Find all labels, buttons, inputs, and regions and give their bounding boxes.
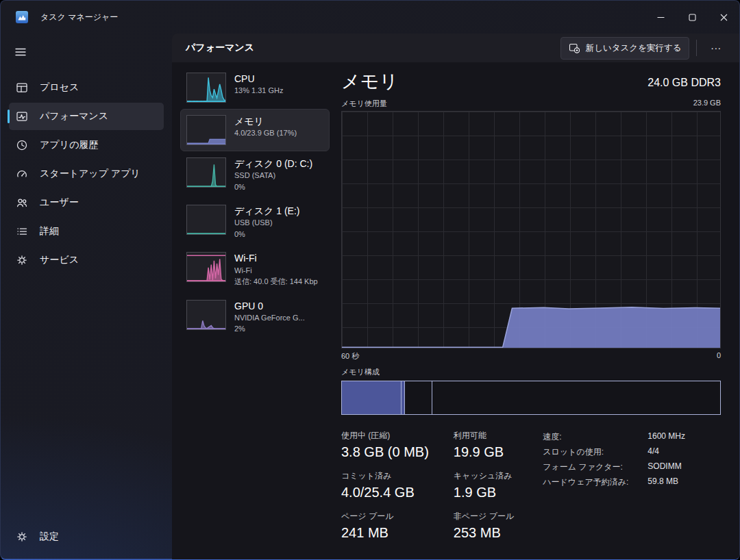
services-icon (16, 254, 28, 266)
stat-committed: コミット済み 4.0/25.4 GB (341, 470, 429, 500)
app-history-icon (16, 139, 28, 151)
more-options-button[interactable]: ... (704, 38, 728, 58)
memory-usage-chart (341, 111, 721, 348)
memory-detail-pane: メモリ 24.0 GB DDR3 メモリ使用量 23.9 GB 60 秒 0 (330, 62, 739, 559)
close-icon (720, 14, 728, 21)
stat-available: 利用可能 19.9 GB (454, 430, 514, 460)
gear-icon (16, 531, 28, 543)
hw-stat-value: 59.8 MB (648, 476, 685, 488)
minimize-button[interactable] (645, 1, 676, 34)
content-header: パフォーマンス 新しいタスクを実行する ... (172, 34, 739, 62)
perf-item-gpu0[interactable]: GPU 0 NVIDIA GeForce G... 2% (180, 294, 330, 341)
hamburger-icon (14, 46, 27, 58)
perf-item-disk1[interactable]: ディスク 1 (E:) USB (USB) 0% (180, 199, 330, 246)
run-new-task-label: 新しいタスクを実行する (586, 42, 682, 54)
hw-stat-value: 1600 MHz (648, 431, 685, 443)
cpu-mini-chart (186, 73, 226, 103)
hamburger-menu-button[interactable] (9, 40, 35, 64)
page-title: パフォーマンス (186, 42, 254, 54)
performance-list: CPU 13% 1.31 GHz メモリ 4.0/23.9 GB (17%) (172, 62, 330, 559)
memory-total: 24.0 GB DDR3 (648, 77, 721, 92)
perf-item-sub: 送信: 40.0 受信: 144 Kbp (234, 276, 318, 288)
perf-item-cpu[interactable]: CPU 13% 1.31 GHz (180, 66, 330, 109)
perf-item-sub: NVIDIA GeForce G... (234, 312, 305, 324)
composition-segment-free (432, 381, 720, 414)
perf-item-sub: 0% (234, 181, 312, 193)
chart-title: メモリ使用量 (341, 99, 387, 109)
content-panel: パフォーマンス 新しいタスクを実行する ... (172, 34, 739, 559)
header-separator (696, 40, 697, 56)
task-manager-window: タスク マネージャー プロセス (0, 0, 740, 560)
sidebar-item-processes[interactable]: プロセス (9, 74, 164, 101)
sidebar-item-details[interactable]: 詳細 (9, 218, 164, 245)
perf-item-name: メモリ (234, 115, 297, 127)
memory-composition-label: メモリ構成 (341, 367, 721, 377)
perf-item-sub: 0% (234, 229, 299, 240)
perf-item-sub: 2% (234, 323, 305, 335)
perf-item-memory[interactable]: メモリ 4.0/23.9 GB (17%) (180, 109, 330, 151)
settings-label: 設定 (40, 531, 59, 543)
minimize-icon (657, 14, 665, 21)
maximize-button[interactable] (676, 1, 708, 34)
perf-item-sub: USB (USB) (234, 217, 299, 229)
header-actions: 新しいタスクを実行する ... (560, 37, 728, 60)
sidebar-item-label: アプリの履歴 (40, 139, 98, 151)
users-icon (16, 196, 28, 209)
window-controls (645, 1, 739, 34)
titlebar: タスク マネージャー (1, 1, 739, 34)
memory-stats: 使用中 (圧縮) 3.8 GB (0 MB) 利用可能 19.9 GB コミット… (341, 430, 721, 541)
startup-apps-icon (16, 168, 28, 180)
perf-item-name: ディスク 1 (E:) (234, 205, 299, 217)
stat-in-use: 使用中 (圧縮) 3.8 GB (0 MB) (341, 430, 429, 460)
sidebar-item-services[interactable]: サービス (9, 246, 164, 274)
perf-item-sub: Wi-Fi (234, 265, 318, 277)
stat-non-paged-pool: 非ページ プール 253 MB (454, 511, 514, 541)
stat-paged-pool: ページ プール 241 MB (341, 511, 429, 541)
perf-item-name: CPU (234, 73, 284, 85)
hw-stat-label: 速度: (543, 431, 628, 443)
sidebar-item-settings[interactable]: 設定 (9, 523, 164, 550)
sidebar-item-label: パフォーマンス (40, 110, 108, 123)
perf-item-name: Wi-Fi (234, 252, 318, 264)
hw-stat-label: ハードウェア予約済み: (543, 476, 628, 488)
processes-icon (16, 81, 28, 94)
new-task-icon (569, 42, 580, 53)
sidebar-item-app-history[interactable]: アプリの履歴 (9, 131, 164, 159)
chart-y-max-label: 23.9 GB (693, 99, 721, 109)
stat-cached: キャッシュ済み 1.9 GB (454, 470, 514, 500)
sidebar-item-label: プロセス (40, 81, 79, 94)
ellipsis-icon: ... (711, 40, 722, 51)
sidebar-item-label: 詳細 (40, 225, 59, 238)
chart-x-right-label: 0 (717, 351, 721, 361)
hardware-stats: 速度: 1600 MHz スロットの使用: 4/4 フォーム ファクター: SO… (543, 430, 685, 541)
wifi-mini-chart (186, 252, 226, 282)
hw-stat-value: SODIMM (648, 461, 685, 473)
hw-stat-label: フォーム ファクター: (543, 461, 628, 473)
sidebar-item-performance[interactable]: パフォーマンス (9, 103, 164, 130)
composition-segment-standby (405, 381, 432, 414)
sidebar-item-startup-apps[interactable]: スタートアップ アプリ (9, 160, 164, 188)
sidebar-item-users[interactable]: ユーザー (9, 189, 164, 216)
details-icon (16, 225, 28, 238)
perf-item-name: ディスク 0 (D: C:) (234, 157, 312, 170)
composition-segment-used (342, 381, 402, 414)
sidebar-item-label: ユーザー (40, 196, 79, 209)
maximize-icon (689, 14, 696, 21)
run-new-task-button[interactable]: 新しいタスクを実行する (560, 37, 690, 60)
disk1-mini-chart (186, 205, 226, 235)
perf-item-name: GPU 0 (234, 300, 305, 312)
sidebar-spacer (8, 275, 165, 522)
detail-title: メモリ (341, 71, 398, 92)
performance-icon (16, 110, 28, 123)
hw-stat-value: 4/4 (648, 446, 685, 458)
chart-x-left-label: 60 秒 (341, 351, 359, 361)
window-title: タスク マネージャー (40, 12, 118, 23)
sidebar-item-label: スタートアップ アプリ (40, 168, 140, 180)
sidebar-item-label: サービス (40, 254, 79, 266)
close-button[interactable] (708, 1, 739, 34)
app-icon (16, 11, 28, 23)
perf-item-sub: SSD (SATA) (234, 170, 312, 181)
perf-item-wifi[interactable]: Wi-Fi Wi-Fi 送信: 40.0 受信: 144 Kbp (180, 246, 330, 293)
gpu-mini-chart (186, 300, 226, 330)
perf-item-disk0[interactable]: ディスク 0 (D: C:) SSD (SATA) 0% (180, 151, 330, 199)
